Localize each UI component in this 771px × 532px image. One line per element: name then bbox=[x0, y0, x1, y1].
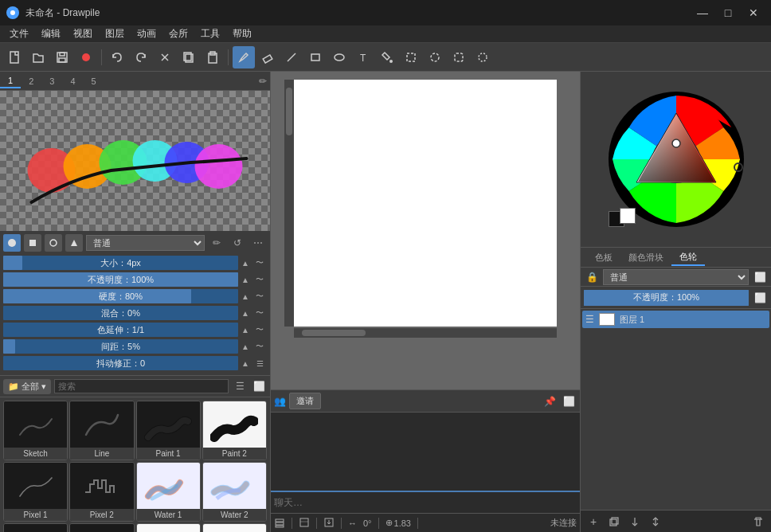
chat-expand-btn[interactable]: ⬜ bbox=[561, 393, 577, 409]
text-tool-btn[interactable]: T bbox=[352, 46, 374, 68]
select-rect-btn[interactable] bbox=[400, 46, 422, 68]
stabilizer-more-btn[interactable]: ☰ bbox=[252, 356, 267, 370]
maximize-button[interactable]: □ bbox=[717, 5, 739, 21]
merge-layer-btn[interactable] bbox=[625, 513, 644, 530]
zoom-area[interactable]: ⊕ 1.83 bbox=[386, 518, 411, 528]
preset-line[interactable]: Line bbox=[69, 401, 134, 460]
layer-lock-btn[interactable]: 🔒 bbox=[584, 269, 600, 285]
open-file-btn[interactable] bbox=[27, 46, 49, 68]
size-slider[interactable]: 大小：4px bbox=[3, 256, 238, 270]
chat-pin-btn[interactable]: 📌 bbox=[542, 393, 558, 409]
brush-reset-btn[interactable]: ↺ bbox=[229, 234, 246, 252]
stabilizer-up-btn[interactable]: ▲ bbox=[238, 356, 252, 370]
brush-tab-2[interactable]: 2 bbox=[21, 75, 41, 88]
layer-item[interactable]: ☰ 图层 1 bbox=[582, 311, 769, 328]
chat-input[interactable] bbox=[274, 497, 577, 508]
brush-mode-select[interactable]: 普通 bbox=[86, 235, 205, 251]
spacing-wave-btn[interactable]: 〜 bbox=[252, 339, 267, 354]
brush-tab-4[interactable]: 4 bbox=[62, 75, 83, 88]
opacity-up-btn[interactable]: ▲ bbox=[238, 272, 252, 287]
stretch-up-btn[interactable]: ▲ bbox=[238, 323, 252, 337]
tab-color-wheel[interactable]: 色轮 bbox=[671, 249, 705, 266]
preset-sketch[interactable]: Sketch bbox=[3, 401, 68, 460]
presets-menu-btn[interactable]: ☰ bbox=[232, 378, 248, 394]
presets-folder-btn[interactable]: 📁 全部 ▾ bbox=[3, 379, 51, 394]
select-magic-btn[interactable] bbox=[472, 46, 494, 68]
rect-tool-btn[interactable] bbox=[304, 46, 327, 68]
preset-water2[interactable]: Water 2 bbox=[202, 462, 267, 522]
copy-btn[interactable] bbox=[178, 46, 200, 68]
tab-color-sliders[interactable]: 颜色滑块 bbox=[620, 250, 671, 265]
menu-view[interactable]: 视图 bbox=[67, 25, 99, 42]
duplicate-layer-btn[interactable] bbox=[605, 513, 624, 530]
tab-color-swatches[interactable]: 色板 bbox=[587, 250, 620, 265]
layer-opacity-expand-btn[interactable]: ⬜ bbox=[752, 290, 768, 306]
layer-mode-select[interactable]: 普通 bbox=[603, 269, 749, 285]
menu-animation[interactable]: 动画 bbox=[131, 25, 162, 42]
preset-paint2[interactable]: Paint 2 bbox=[202, 401, 267, 460]
brush-shape-pixel-btn[interactable] bbox=[45, 234, 62, 252]
color-selector-dot[interactable] bbox=[672, 139, 680, 147]
brush-tab-3[interactable]: 3 bbox=[41, 75, 62, 88]
spacing-up-btn[interactable]: ▲ bbox=[238, 339, 252, 354]
menu-file[interactable]: 文件 bbox=[3, 25, 35, 42]
background-color[interactable] bbox=[620, 208, 636, 224]
preset-pixel1[interactable]: Pixel 1 bbox=[3, 462, 68, 522]
add-layer-btn[interactable]: + bbox=[584, 513, 603, 530]
eraser-tool-btn[interactable] bbox=[256, 46, 279, 68]
new-file-btn[interactable] bbox=[3, 46, 25, 68]
preset-spread[interactable]: Spread bbox=[69, 523, 134, 532]
paste-btn[interactable] bbox=[202, 46, 224, 68]
drawing-canvas[interactable] bbox=[294, 80, 557, 327]
preset-water1[interactable]: Water 1 bbox=[136, 462, 201, 522]
menu-help[interactable]: 帮助 bbox=[226, 25, 258, 42]
menu-edit[interactable]: 编辑 bbox=[35, 25, 67, 42]
blend-wave-btn[interactable]: 〜 bbox=[252, 306, 267, 320]
invite-btn[interactable]: 邀请 bbox=[289, 393, 321, 409]
opacity-slider[interactable]: 不透明度：100% bbox=[3, 272, 238, 287]
undo-btn[interactable] bbox=[106, 46, 128, 68]
layer-panel-expand-btn[interactable]: ⬜ bbox=[752, 269, 768, 285]
menu-layer[interactable]: 图层 bbox=[99, 25, 131, 42]
redo-btn[interactable] bbox=[130, 46, 152, 68]
blend-slider[interactable]: 混合：0% bbox=[3, 306, 238, 320]
close-button[interactable]: ✕ bbox=[742, 5, 765, 21]
reorder-layer-btn[interactable] bbox=[646, 513, 665, 530]
brush-tool-btn[interactable] bbox=[233, 46, 255, 68]
fill-tool-btn[interactable] bbox=[376, 46, 398, 68]
brush-shape-square-btn[interactable] bbox=[24, 234, 41, 252]
export-btn[interactable] bbox=[323, 517, 335, 530]
mirror-btn[interactable]: ↔ bbox=[348, 518, 357, 528]
preset-pencil[interactable]: pencil bbox=[136, 523, 201, 532]
brush-tabs-expand[interactable]: ✏ bbox=[259, 76, 267, 87]
ellipse-tool-btn[interactable] bbox=[328, 46, 350, 68]
opacity-wave-btn[interactable]: 〜 bbox=[252, 272, 267, 287]
select-free-btn[interactable] bbox=[448, 46, 470, 68]
brush-shape-custom-btn[interactable] bbox=[65, 234, 83, 252]
hardness-up-btn[interactable]: ▲ bbox=[238, 289, 252, 303]
size-wave-btn[interactable]: 〜 bbox=[252, 256, 267, 270]
blend-up-btn[interactable]: ▲ bbox=[238, 306, 252, 320]
presets-expand-btn[interactable]: ⬜ bbox=[251, 378, 267, 394]
brush-edit-btn[interactable]: ✏ bbox=[208, 234, 225, 252]
hardness-wave-btn[interactable]: 〜 bbox=[252, 289, 267, 303]
stabilizer-slider[interactable]: 抖动修正：0 bbox=[3, 356, 238, 370]
record-btn[interactable] bbox=[75, 46, 97, 68]
size-up-btn[interactable]: ▲ bbox=[238, 256, 252, 270]
minimize-button[interactable]: — bbox=[691, 5, 714, 21]
color-wheel[interactable] bbox=[605, 88, 748, 231]
cut-btn[interactable] bbox=[154, 46, 176, 68]
hardness-slider[interactable]: 硬度：80% bbox=[3, 289, 238, 303]
preset-charcoal[interactable]: charcoal bbox=[202, 523, 267, 532]
line-tool-btn[interactable] bbox=[280, 46, 303, 68]
delete-layer-btn[interactable] bbox=[749, 513, 768, 530]
brush-tab-5[interactable]: 5 bbox=[84, 75, 104, 88]
menu-session[interactable]: 会所 bbox=[162, 25, 194, 42]
preset-paint1[interactable]: Paint 1 bbox=[136, 401, 201, 460]
preset-marker[interactable]: Marker bbox=[3, 523, 68, 532]
stretch-wave-btn[interactable]: 〜 bbox=[252, 323, 267, 337]
layer-visibility-icon[interactable]: ☰ bbox=[585, 314, 594, 325]
menu-tools[interactable]: 工具 bbox=[194, 25, 226, 42]
brush-shape-round-btn[interactable] bbox=[3, 234, 21, 252]
layer-status-btn[interactable] bbox=[274, 518, 285, 529]
